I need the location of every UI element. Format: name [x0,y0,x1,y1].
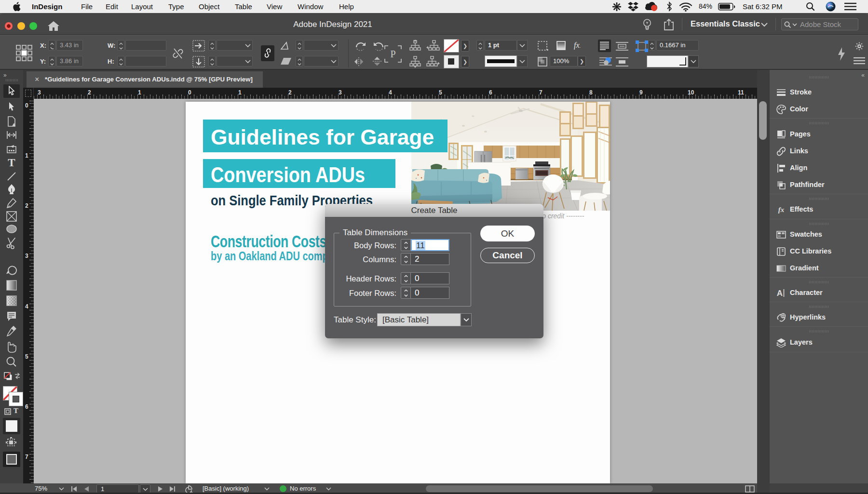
svg-text:fx: fx [778,206,785,214]
svg-text:P: P [390,49,395,59]
svg-text:A: A [777,289,783,298]
svg-text:T: T [8,157,15,169]
